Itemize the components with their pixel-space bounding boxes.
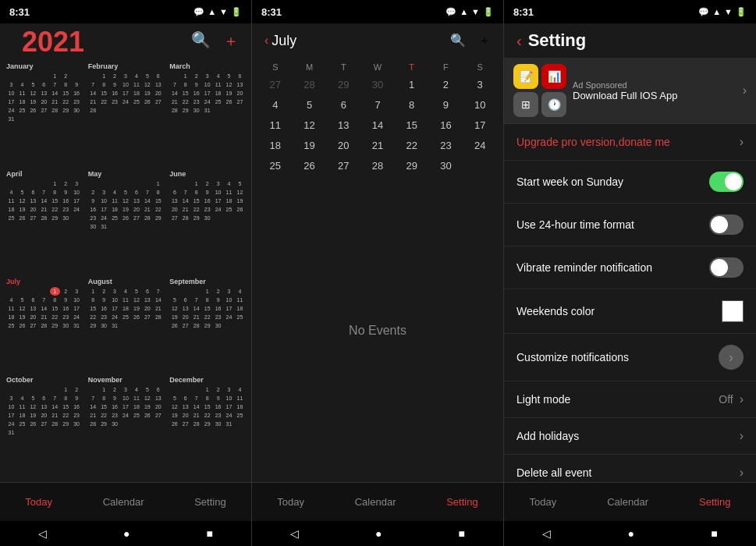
cal-day[interactable]: 25 xyxy=(258,156,293,176)
cal-day[interactable]: 29 xyxy=(326,75,360,94)
cal-day[interactable]: 19 xyxy=(293,136,327,155)
cal-day[interactable]: 16 xyxy=(429,115,463,135)
cal-day[interactable]: 8 xyxy=(395,95,429,115)
cal-day[interactable]: 12 xyxy=(293,115,327,135)
nav-calendar-3[interactable]: Calendar xyxy=(607,496,648,508)
settings-item-add-holidays[interactable]: Add holidays › xyxy=(504,418,756,455)
back-nav-icon[interactable]: ◁ xyxy=(38,527,47,540)
nav-today-1[interactable]: Today xyxy=(25,496,52,508)
mini-month-february[interactable]: February12345678910111213141516171819202… xyxy=(87,61,165,165)
settings-item-weekends-color[interactable]: Weekends color xyxy=(504,289,756,334)
mini-cal-cell: 4 xyxy=(17,80,27,89)
prev-month-button[interactable]: ‹ xyxy=(264,34,268,48)
cal-day[interactable]: 30 xyxy=(429,156,463,176)
mini-month-june[interactable]: June123456789101112131415161718192021222… xyxy=(168,168,247,273)
nav-today-2[interactable]: Today xyxy=(277,496,304,508)
time-format-toggle[interactable] xyxy=(709,214,744,235)
mini-cal-cell xyxy=(142,321,152,330)
settings-item-light-mode[interactable]: Light mode Off › xyxy=(504,381,756,418)
mini-month-december[interactable]: December12345678910111213141516171819202… xyxy=(168,374,247,479)
mini-month-november[interactable]: November12345678910111213141516171819202… xyxy=(87,374,165,479)
cal-day[interactable]: 23 xyxy=(429,136,463,155)
recents-nav-icon[interactable]: ■ xyxy=(207,527,213,540)
mini-month-may[interactable]: May1234567891011121314151617181920212223… xyxy=(87,168,165,273)
dow-s1: S xyxy=(258,61,293,73)
cal-day[interactable]: 24 xyxy=(463,136,497,155)
recents-nav-icon-2[interactable]: ■ xyxy=(459,527,465,540)
mini-month-march[interactable]: March12345678910111213141516171819202122… xyxy=(168,61,247,165)
back-nav-icon-2[interactable]: ◁ xyxy=(290,527,299,540)
mini-cal-cell: 6 xyxy=(153,385,163,394)
mini-month-july[interactable]: July123456789101112131415161718192021222… xyxy=(5,276,83,372)
home-nav-icon-2[interactable]: ● xyxy=(375,527,382,540)
cal-day[interactable]: 30 xyxy=(360,75,395,94)
cal-day[interactable]: 13 xyxy=(326,115,360,135)
mini-month-august[interactable]: August1234567891011121314151617181920212… xyxy=(87,276,165,372)
back-nav-icon-3[interactable]: ◁ xyxy=(542,527,551,540)
cal-day[interactable]: 15 xyxy=(395,115,429,135)
add-event-button[interactable]: ＋ xyxy=(223,30,239,51)
cal-day[interactable]: 11 xyxy=(258,115,293,135)
cal-day[interactable]: 9 xyxy=(429,95,463,115)
cal-day[interactable]: 4 xyxy=(258,95,293,115)
customize-notif-nav-circle[interactable]: › xyxy=(719,345,744,370)
cal-day[interactable]: 29 xyxy=(395,156,429,176)
mini-month-september[interactable]: September1234567891011121314151617181920… xyxy=(168,276,247,372)
cal-day[interactable]: 27 xyxy=(326,156,360,176)
ad-banner[interactable]: 📝 📊 ⊞ 🕐 Ad Sponsored Download Full IOS A… xyxy=(504,58,756,124)
home-nav-icon[interactable]: ● xyxy=(123,527,130,540)
cal-day[interactable]: 21 xyxy=(360,136,395,155)
recents-nav-icon-3[interactable]: ■ xyxy=(711,527,717,540)
mini-cal-cell xyxy=(120,222,130,231)
mini-month-april[interactable]: April12345678910111213141516171819202122… xyxy=(5,168,83,273)
cal-day[interactable]: 17 xyxy=(463,115,497,135)
settings-item-upgrade[interactable]: Upgrade pro version,donate me › xyxy=(504,124,756,161)
cal-day[interactable]: 26 xyxy=(293,156,327,176)
mini-cal-cell: 9 xyxy=(61,296,71,304)
nav-setting-2[interactable]: Setting xyxy=(446,496,477,508)
mini-month-october[interactable]: October123456789101112131415161718192021… xyxy=(5,374,83,479)
cal-day[interactable]: 28 xyxy=(293,75,327,94)
settings-item-time-format[interactable]: Use 24-hour time format xyxy=(504,204,756,246)
cal-day[interactable]: 27 xyxy=(258,75,293,94)
settings-item-delete-event[interactable]: Delete all event › xyxy=(504,455,756,482)
cal-day[interactable]: 14 xyxy=(360,115,395,135)
mini-cal-cell: 10 xyxy=(224,296,234,304)
nav-today-3[interactable]: Today xyxy=(530,496,557,508)
mini-cal-cell xyxy=(50,115,60,123)
search-button-2[interactable]: 🔍 xyxy=(450,33,466,49)
mini-cal-cell: 5 xyxy=(120,188,130,197)
cal-day[interactable]: 20 xyxy=(326,136,360,155)
settings-item-customize-notif[interactable]: Customize notifications › xyxy=(504,334,756,381)
cal-day[interactable]: 18 xyxy=(258,136,293,155)
cal-day[interactable]: 6 xyxy=(326,95,360,115)
cal-day-today[interactable]: 1 xyxy=(395,75,429,94)
weekends-color-swatch[interactable] xyxy=(722,300,744,322)
cal-day[interactable]: 28 xyxy=(360,156,395,176)
mini-cal-row: 6789101112 xyxy=(169,188,245,197)
nav-calendar-1[interactable]: Calendar xyxy=(103,496,144,508)
mini-cal-cell xyxy=(6,287,16,296)
nav-calendar-2[interactable]: Calendar xyxy=(355,496,396,508)
home-nav-icon-3[interactable]: ● xyxy=(628,527,634,540)
cal-day[interactable]: 22 xyxy=(395,136,429,155)
mini-cal-cell xyxy=(169,385,179,394)
settings-item-start-week[interactable]: Start week on Sunday xyxy=(504,161,756,204)
mini-month-january[interactable]: January123456789101112131415161718192021… xyxy=(5,61,83,165)
mini-cal-cell: 18 xyxy=(131,402,141,411)
nav-setting-1[interactable]: Setting xyxy=(194,496,225,508)
cal-day[interactable]: 2 xyxy=(429,75,463,94)
vibrate-toggle[interactable] xyxy=(709,257,744,278)
cal-day[interactable] xyxy=(463,156,497,176)
dow-row: S M T W T F S xyxy=(258,61,497,73)
search-button[interactable]: 🔍 xyxy=(191,30,211,51)
cal-day[interactable]: 3 xyxy=(463,75,497,94)
nav-setting-3[interactable]: Setting xyxy=(699,496,730,508)
cal-day[interactable]: 10 xyxy=(463,95,497,115)
cal-day[interactable]: 7 xyxy=(360,95,395,115)
cal-day[interactable]: 5 xyxy=(293,95,327,115)
start-week-toggle[interactable] xyxy=(709,172,744,192)
add-event-button-2[interactable]: ＋ xyxy=(478,33,491,49)
back-button[interactable]: ‹ xyxy=(516,32,522,50)
settings-item-vibrate[interactable]: Vibrate reminder notification xyxy=(504,246,756,289)
